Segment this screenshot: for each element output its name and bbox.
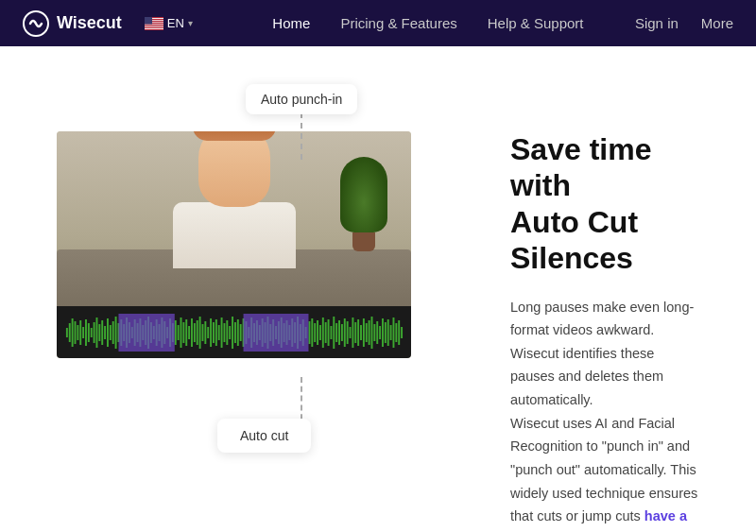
svg-rect-23 bbox=[85, 319, 87, 346]
nav-home[interactable]: Home bbox=[272, 15, 310, 31]
svg-rect-139 bbox=[401, 327, 403, 338]
svg-rect-130 bbox=[376, 321, 378, 344]
svg-rect-79 bbox=[237, 319, 239, 346]
svg-rect-64 bbox=[197, 320, 198, 345]
svg-rect-21 bbox=[79, 320, 81, 345]
video-preview bbox=[57, 131, 411, 358]
svg-rect-122 bbox=[354, 322, 356, 343]
svg-rect-111 bbox=[325, 322, 327, 343]
nav-right: Sign in More bbox=[635, 15, 733, 31]
svg-rect-127 bbox=[369, 320, 370, 345]
nav-links: Home Pricing & Features Help & Support bbox=[221, 15, 635, 31]
svg-rect-77 bbox=[232, 317, 233, 349]
svg-rect-65 bbox=[199, 317, 201, 349]
svg-rect-105 bbox=[308, 321, 310, 344]
svg-rect-80 bbox=[240, 324, 242, 341]
svg-rect-61 bbox=[188, 326, 190, 339]
svg-rect-57 bbox=[178, 325, 180, 340]
svg-rect-9 bbox=[145, 24, 163, 25]
svg-rect-14 bbox=[145, 28, 163, 29]
svg-rect-107 bbox=[314, 323, 316, 342]
svg-rect-126 bbox=[366, 323, 368, 342]
svg-rect-76 bbox=[229, 326, 231, 339]
svg-rect-123 bbox=[357, 319, 359, 346]
svg-rect-124 bbox=[360, 325, 362, 340]
auto-punch-in-badge: Auto punch-in bbox=[246, 84, 357, 114]
svg-rect-11 bbox=[145, 26, 163, 26]
svg-rect-16 bbox=[66, 328, 68, 337]
svg-rect-121 bbox=[352, 317, 353, 348]
svg-rect-24 bbox=[88, 323, 90, 342]
svg-rect-113 bbox=[330, 326, 332, 339]
svg-rect-22 bbox=[82, 327, 84, 338]
flag-icon bbox=[145, 17, 163, 30]
main-content: Auto punch-in bbox=[0, 46, 756, 532]
headline: Save time with Auto Cut Silences bbox=[510, 131, 699, 277]
svg-rect-109 bbox=[319, 325, 321, 340]
svg-rect-74 bbox=[223, 323, 225, 342]
svg-rect-137 bbox=[395, 323, 397, 342]
signin-link[interactable]: Sign in bbox=[635, 15, 679, 31]
svg-rect-59 bbox=[182, 322, 184, 343]
svg-rect-56 bbox=[175, 320, 177, 345]
svg-rect-19 bbox=[75, 321, 77, 344]
nav-help[interactable]: Help & Support bbox=[488, 15, 584, 31]
svg-rect-58 bbox=[180, 317, 182, 348]
svg-rect-70 bbox=[213, 322, 215, 343]
wisecut-logo-icon bbox=[23, 10, 49, 37]
svg-rect-25 bbox=[91, 328, 93, 337]
svg-rect-138 bbox=[398, 320, 400, 345]
auto-cut-badge: Auto cut bbox=[217, 419, 311, 453]
svg-rect-30 bbox=[104, 326, 106, 339]
svg-rect-73 bbox=[221, 317, 223, 348]
svg-rect-135 bbox=[390, 325, 392, 340]
svg-rect-69 bbox=[210, 318, 212, 347]
logo[interactable]: Wisecut bbox=[23, 10, 122, 37]
waveform bbox=[57, 306, 411, 358]
svg-rect-120 bbox=[350, 327, 352, 338]
nav-pricing[interactable]: Pricing & Features bbox=[340, 15, 456, 31]
svg-rect-125 bbox=[363, 318, 365, 347]
svg-rect-71 bbox=[215, 319, 217, 346]
svg-rect-131 bbox=[379, 326, 381, 339]
svg-rect-140 bbox=[118, 314, 174, 352]
svg-rect-134 bbox=[387, 319, 389, 346]
svg-rect-29 bbox=[101, 320, 103, 345]
waveform-svg bbox=[64, 314, 404, 352]
dashed-line-top bbox=[301, 112, 302, 160]
svg-rect-68 bbox=[207, 327, 209, 338]
svg-rect-18 bbox=[72, 318, 74, 347]
svg-rect-60 bbox=[185, 319, 187, 346]
svg-rect-15 bbox=[145, 17, 152, 25]
svg-rect-27 bbox=[96, 317, 98, 348]
svg-rect-128 bbox=[371, 317, 373, 349]
svg-rect-13 bbox=[145, 27, 163, 28]
svg-rect-67 bbox=[204, 321, 206, 344]
lang-label: EN bbox=[167, 16, 184, 30]
svg-rect-10 bbox=[145, 25, 163, 26]
svg-rect-66 bbox=[202, 324, 204, 341]
svg-rect-78 bbox=[234, 322, 236, 343]
svg-rect-141 bbox=[244, 314, 309, 352]
svg-rect-112 bbox=[328, 319, 330, 346]
svg-rect-33 bbox=[112, 321, 114, 344]
svg-rect-63 bbox=[194, 323, 196, 342]
svg-rect-72 bbox=[218, 325, 220, 340]
logo-text: Wisecut bbox=[57, 13, 122, 33]
svg-rect-26 bbox=[94, 322, 95, 343]
right-section: Save time with Auto Cut Silences Long pa… bbox=[510, 103, 699, 532]
chevron-down-icon: ▾ bbox=[188, 18, 193, 28]
svg-rect-136 bbox=[393, 317, 395, 348]
svg-rect-62 bbox=[191, 318, 193, 347]
svg-rect-12 bbox=[145, 26, 163, 27]
left-section: Auto punch-in bbox=[57, 103, 454, 358]
svg-rect-32 bbox=[110, 325, 112, 340]
nav-more[interactable]: More bbox=[701, 15, 733, 31]
svg-rect-133 bbox=[385, 322, 387, 343]
language-selector[interactable]: EN ▾ bbox=[145, 16, 193, 30]
svg-rect-115 bbox=[335, 323, 337, 342]
svg-rect-34 bbox=[115, 317, 117, 349]
svg-rect-117 bbox=[341, 324, 343, 341]
svg-rect-106 bbox=[311, 318, 313, 347]
svg-rect-129 bbox=[373, 324, 375, 341]
